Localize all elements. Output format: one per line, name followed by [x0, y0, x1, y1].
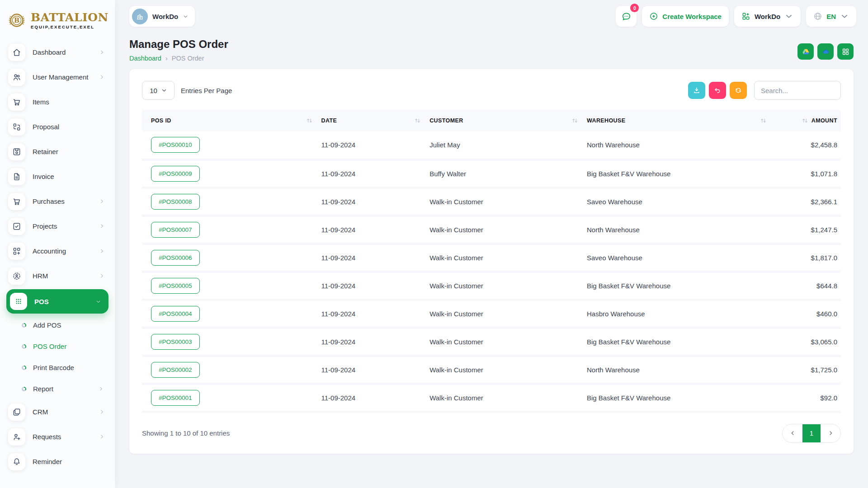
cell-warehouse: Saveo Warehouse	[582, 244, 771, 272]
chevron-down-icon	[161, 88, 167, 93]
google-drive-button[interactable]	[797, 43, 814, 60]
column-label: POS ID	[151, 117, 171, 124]
column-header-date[interactable]: DATE	[317, 110, 425, 131]
sidebar-item-dashboard[interactable]: Dashboard	[0, 40, 115, 65]
sidebar-subitem-report[interactable]: Report	[0, 378, 115, 399]
chevron-icon	[99, 74, 105, 80]
sidebar-item-requests[interactable]: Requests	[0, 424, 115, 449]
messages-count-badge: 0	[630, 4, 639, 12]
cell-pos-id: #POS00004	[142, 300, 317, 328]
sidebar-item-label: HRM	[33, 272, 92, 280]
sidebar-item-reminder[interactable]: Reminder	[0, 449, 115, 474]
breadcrumb-dashboard-link[interactable]: Dashboard	[129, 55, 161, 62]
pagination-next-button[interactable]	[821, 424, 840, 442]
pos-id-link[interactable]: #POS00009	[151, 166, 200, 182]
table-header-row: POS IDDATECUSTOMERWAREHOUSEAMOUNT	[142, 110, 841, 131]
language-label: EN	[826, 13, 836, 20]
workspace-menu-label: WorkDo	[755, 13, 780, 20]
brand-logo[interactable]: B BATTALION EQUIP,EXECUTE,EXEL	[0, 0, 115, 38]
cell-customer: Walk-in Customer	[425, 384, 582, 412]
pos-id-link[interactable]: #POS00004	[151, 306, 200, 322]
sidebar-item-user-management[interactable]: User Management	[0, 65, 115, 89]
pos-id-link[interactable]: #POS00010	[151, 137, 200, 153]
sidebar-item-projects[interactable]: Projects	[0, 214, 115, 239]
pos-id-link[interactable]: #POS00005	[151, 278, 200, 294]
search-input[interactable]	[754, 81, 841, 100]
grid-plus-icon	[741, 12, 750, 21]
sidebar-item-label: POS	[34, 298, 88, 305]
workspace-menu-button[interactable]: WorkDo	[734, 6, 801, 27]
messages-button[interactable]: 0	[616, 6, 637, 27]
cell-warehouse: Big Basket F&V Warehouse	[582, 384, 771, 412]
chevron-left-icon	[790, 430, 796, 436]
sidebar-item-invoice[interactable]: Invoice	[0, 164, 115, 189]
brand-tagline: EQUIP,EXECUTE,EXEL	[31, 25, 108, 29]
users-icon	[12, 73, 21, 82]
workspace-switcher[interactable]: WorkDo	[129, 6, 195, 27]
entries-value: 10	[150, 87, 157, 94]
pos-id-link[interactable]: #POS00008	[151, 194, 200, 210]
sidebar-item-purchases[interactable]: Purchases	[0, 189, 115, 214]
sidebar-subitem-add-pos[interactable]: Add POS	[0, 314, 115, 336]
sidebar-item-accounting[interactable]: Accounting	[0, 239, 115, 263]
table-row: #POS00006 11-09-2024 Walk-in Customer Sa…	[142, 244, 841, 272]
cart-icon	[12, 197, 21, 206]
pos-id-link[interactable]: #POS00001	[151, 390, 200, 406]
create-workspace-button[interactable]: Create Workspace	[642, 6, 729, 27]
svg-text:B: B	[14, 17, 19, 24]
sidebar-subitem-label: POS Order	[33, 343, 104, 350]
sidebar-subitem-print-barcode[interactable]: Print Barcode	[0, 357, 115, 378]
column-header-amount[interactable]: AMOUNT	[771, 110, 841, 131]
chevron-icon	[99, 434, 105, 440]
entries-per-page-select[interactable]: 10	[142, 81, 175, 100]
sidebar-item-hrm[interactable]: HRM	[0, 263, 115, 288]
cart-icon	[12, 98, 21, 107]
showing-entries-text: Showing 1 to 10 of 10 entries	[142, 429, 230, 437]
cell-customer: Buffy Walter	[425, 160, 582, 188]
pos-id-link[interactable]: #POS00006	[151, 250, 200, 266]
sort-icon	[307, 118, 312, 123]
sidebar-item-pos[interactable]: POS	[6, 289, 108, 314]
sidebar-item-crm[interactable]: CRM	[0, 399, 115, 424]
reset-button[interactable]	[709, 82, 726, 99]
cell-amount: $1,247.5	[771, 216, 841, 244]
cell-date: 11-09-2024	[317, 272, 425, 300]
table-body: #POS00010 11-09-2024 Juliet May North Wa…	[142, 131, 841, 412]
pos-id-link[interactable]: #POS00007	[151, 222, 200, 238]
sidebar-item-proposal[interactable]: Proposal	[0, 114, 115, 139]
cell-pos-id: #POS00001	[142, 384, 317, 412]
cell-warehouse: Hasbro Warehouse	[582, 300, 771, 328]
apps-grid-button[interactable]	[837, 43, 854, 60]
column-header-warehouse[interactable]: WAREHOUSE	[582, 110, 771, 131]
sidebar-subitem-pos-order[interactable]: POS Order	[0, 336, 115, 357]
language-selector[interactable]: EN	[806, 6, 856, 27]
cell-date: 11-09-2024	[317, 216, 425, 244]
onedrive-button[interactable]	[817, 43, 834, 60]
chevron-right-icon	[99, 49, 105, 55]
chevron-icon	[95, 299, 101, 305]
cell-amount: $460.0	[771, 300, 841, 328]
sidebar-subitem-label: Report	[33, 385, 91, 393]
pagination-page-1[interactable]: 1	[802, 424, 821, 442]
sidebar-item-items[interactable]: Items	[0, 89, 115, 114]
refresh-button[interactable]	[730, 82, 747, 99]
sidebar-item-label: Accounting	[33, 247, 92, 255]
sidebar-item-retainer[interactable]: Retainer	[0, 139, 115, 164]
refresh-icon	[734, 86, 742, 94]
pagination-prev-button[interactable]	[783, 424, 802, 442]
cell-date: 11-09-2024	[317, 300, 425, 328]
page-title: Manage POS Order	[129, 38, 228, 51]
cell-amount: $2,458.8	[771, 131, 841, 160]
chevron-icon	[99, 273, 105, 279]
main-area: WorkDo 0 Create Workspace	[115, 0, 868, 488]
column-label: WAREHOUSE	[587, 117, 626, 124]
export-button[interactable]	[688, 82, 705, 99]
accounting-icon	[12, 247, 21, 256]
pos-id-link[interactable]: #POS00002	[151, 362, 200, 378]
column-header-customer[interactable]: CUSTOMER	[425, 110, 582, 131]
sidebar-item-label: Projects	[33, 222, 92, 230]
chevron-down-icon	[95, 299, 101, 305]
pos-id-link[interactable]: #POS00003	[151, 334, 200, 350]
pos-orders-table: POS IDDATECUSTOMERWAREHOUSEAMOUNT #POS00…	[142, 110, 841, 413]
column-header-pos-id[interactable]: POS ID	[142, 110, 317, 131]
